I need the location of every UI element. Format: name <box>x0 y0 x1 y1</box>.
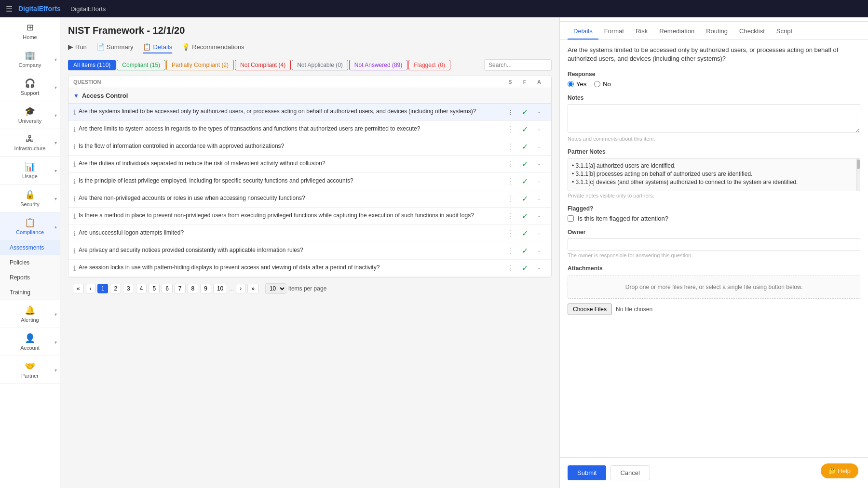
sidebar-item-company[interactable]: 🏢 Company ▾ <box>0 45 60 73</box>
filter-not-applicable[interactable]: Not Applicable (0) <box>292 60 348 70</box>
panel-tab-risk[interactable]: Risk <box>630 24 653 40</box>
response-no-radio[interactable] <box>594 81 600 87</box>
sidebar-item-home[interactable]: ⊞ Home <box>0 17 60 45</box>
filter-flagged[interactable]: Flagged: (0) <box>408 60 450 70</box>
sidebar-item-support[interactable]: 🎧 Support ▾ <box>0 73 60 101</box>
table-row[interactable]: ℹ Are the systems limited to be accessed… <box>68 104 551 121</box>
response-yes-option[interactable]: Yes <box>568 80 586 88</box>
chevron-down-icon: ▾ <box>54 168 57 173</box>
choose-files-button[interactable]: Choose Files <box>568 303 612 315</box>
sidebar-item-alerting[interactable]: 🔔 Alerting ▾ <box>0 300 60 328</box>
pagination-page-4[interactable]: 4 <box>136 284 147 293</box>
chevron-down-icon: ▾ <box>54 339 57 344</box>
response-yes-radio[interactable] <box>568 81 574 87</box>
panel-tab-format[interactable]: Format <box>598 24 630 40</box>
help-button[interactable]: 🤔 Help <box>821 463 858 478</box>
table-row[interactable]: ℹ Are there limits to system access in r… <box>68 121 551 138</box>
info-icon: ℹ <box>73 264 76 272</box>
table-row[interactable]: ℹ Are the duties of individuals separate… <box>68 156 551 173</box>
sidebar-item-compliance[interactable]: 📋 Compliance ▴ <box>0 212 60 240</box>
flagged-checkbox[interactable] <box>568 215 574 222</box>
pagination-page-9[interactable]: 9 <box>200 284 211 293</box>
attachments-drop-zone[interactable]: Drop one or more files here, or select a… <box>568 276 860 299</box>
menu-icon[interactable]: ⋮ <box>503 125 517 134</box>
no-file-text: No file chosen <box>616 306 652 313</box>
sidebar-item-reports[interactable]: Reports <box>0 270 60 285</box>
menu-icon[interactable]: ⋮ <box>503 229 517 238</box>
sidebar-item-infrastructure[interactable]: 🖧 Infrastructure ▾ <box>0 129 60 157</box>
table-row[interactable]: ℹ Is the flow of information controlled … <box>68 138 551 156</box>
pagination-page-8[interactable]: 8 <box>188 284 199 293</box>
table-row[interactable]: ℹ Are privacy and security notices provi… <box>68 242 551 260</box>
pagination-last[interactable]: » <box>247 284 258 293</box>
notes-textarea[interactable] <box>568 104 860 133</box>
flag-dash: - <box>532 195 546 203</box>
search-input[interactable] <box>484 59 552 71</box>
sidebar-item-assessments[interactable]: Assessments <box>0 240 60 255</box>
pagination-page-6[interactable]: 6 <box>162 284 173 293</box>
sidebar-label-university: University <box>18 118 41 124</box>
panel-tab-routing[interactable]: Routing <box>700 24 733 40</box>
filter-compliant[interactable]: Compliant (15) <box>117 60 165 70</box>
chevron-down-icon: ▾ <box>54 56 57 62</box>
table-row[interactable]: ℹ Are there non-privileged accounts or r… <box>68 190 551 208</box>
filter-partial[interactable]: Partially Compliant (2) <box>166 60 234 70</box>
items-per-page-select[interactable]: 10 25 50 <box>265 283 286 294</box>
table-row[interactable]: ℹ Is there a method in place to prevent … <box>68 208 551 225</box>
tab-summary[interactable]: 📄 Summary <box>96 41 134 53</box>
menu-icon[interactable]: ⋮ <box>503 211 517 221</box>
table-row[interactable]: ℹ Is the principle of least privilege em… <box>68 173 551 190</box>
pagination-first[interactable]: « <box>73 284 84 293</box>
menu-icon[interactable]: ⋮ <box>503 264 517 273</box>
owner-input[interactable] <box>568 238 860 251</box>
response-radio-group: Yes No <box>568 80 860 88</box>
table-row[interactable]: ℹ Are unsuccessful logon attempts limite… <box>68 225 551 242</box>
pagination-page-10[interactable]: 10 <box>213 284 227 293</box>
pagination-next[interactable]: › <box>236 284 245 293</box>
panel-tab-script[interactable]: Script <box>771 24 798 40</box>
pagination-page-2[interactable]: 2 <box>110 284 121 293</box>
tab-recommendations[interactable]: 💡 Recommendations <box>182 41 244 53</box>
pagination-page-7[interactable]: 7 <box>175 284 186 293</box>
hamburger-icon[interactable]: ☰ <box>6 4 13 13</box>
flag-dash: - <box>532 143 546 151</box>
sidebar-item-policies[interactable]: Policies <box>0 255 60 270</box>
tab-recommendations-label: Recommendations <box>192 43 244 51</box>
cancel-button[interactable]: Cancel <box>610 465 650 480</box>
submit-button[interactable]: Submit <box>568 465 606 480</box>
filter-not-answered[interactable]: Not Answered (89) <box>349 60 407 70</box>
panel-tab-checklist[interactable]: Checklist <box>733 24 771 40</box>
menu-icon[interactable]: ⋮ <box>503 142 517 151</box>
scrollbar[interactable] <box>856 158 860 191</box>
response-no-option[interactable]: No <box>594 80 611 88</box>
menu-icon[interactable]: ⋮ <box>503 246 517 255</box>
sidebar-item-usage[interactable]: 📊 Usage ▾ <box>0 157 60 185</box>
tab-run[interactable]: ▶ Run <box>68 41 87 53</box>
pagination-page-1[interactable]: 1 <box>97 284 108 293</box>
filter-not-compliant[interactable]: Not Compliant (4) <box>235 60 291 70</box>
panel-tab-remediation[interactable]: Remediation <box>653 24 700 40</box>
panel-content: Are the systems limited to be accessed o… <box>560 38 868 457</box>
items-label: items per page <box>288 285 326 292</box>
response-yes-label: Yes <box>576 80 586 88</box>
section-arrow-icon[interactable]: ▼ <box>73 92 79 99</box>
assessment-table: QUESTION S F A ▼ Access Control ℹ Are th… <box>68 76 552 277</box>
pagination-page-5[interactable]: 5 <box>149 284 160 293</box>
menu-icon[interactable]: ⋮ <box>503 194 517 203</box>
sidebar-item-partner[interactable]: 🤝 Partner ▾ <box>0 356 60 384</box>
tab-details[interactable]: 📋 Details <box>143 41 172 53</box>
menu-icon[interactable]: ⋮ <box>503 159 517 169</box>
support-icon: 🎧 <box>25 78 35 89</box>
pagination-prev[interactable]: ‹ <box>86 284 95 293</box>
panel-tab-details[interactable]: Details <box>568 24 598 40</box>
sidebar-item-training[interactable]: Training <box>0 285 60 300</box>
main-content: NIST Framework - 12/1/20 ▶ Run 📄 Summary… <box>60 17 559 488</box>
sidebar-item-university[interactable]: 🎓 University ▾ <box>0 101 60 129</box>
filter-all[interactable]: All Items (110) <box>68 60 116 70</box>
sidebar-item-account[interactable]: 👤 Account ▾ <box>0 328 60 356</box>
info-icon: ℹ <box>73 143 76 151</box>
pagination-page-3[interactable]: 3 <box>123 284 134 293</box>
sidebar-item-security[interactable]: 🔒 Security ▾ <box>0 185 60 212</box>
menu-icon[interactable]: ⋮ <box>503 177 517 186</box>
table-row[interactable]: ℹ Are session locks in use with pattern-… <box>68 260 551 277</box>
